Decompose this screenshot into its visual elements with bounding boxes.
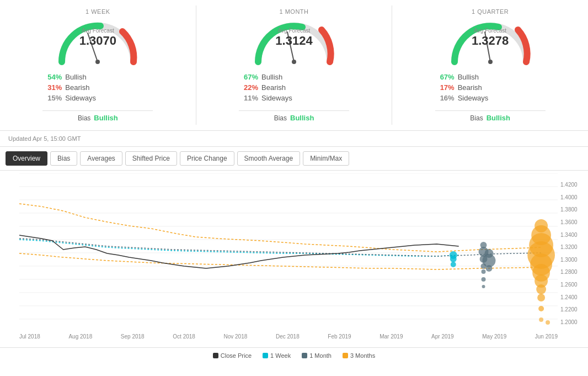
x-tick: Feb 2019: [328, 333, 351, 340]
stats-quarter: 67% Bullish 17% Bearish 16% Sideways: [435, 72, 546, 103]
y-tick: 1.3200: [560, 244, 585, 250]
x-tick: Jun 2019: [535, 333, 558, 340]
gauge-quarter: Avg Forecast 1.3278: [446, 18, 534, 67]
chart-area: Jul 2018Aug 2018Sep 2018Oct 2018Nov 2018…: [0, 171, 588, 347]
svg-point-1: [95, 60, 100, 64]
chart-svg: [19, 173, 558, 331]
legend-item: 3 Months: [343, 352, 375, 359]
x-tick: Apr 2019: [431, 333, 454, 340]
y-tick: 1.2800: [560, 269, 585, 275]
panel-quarter: 1 QUARTER Avg Forecast 1.3278 67% Bullis…: [392, 6, 588, 125]
x-tick: Aug 2018: [68, 333, 92, 340]
gauge-text-month: Avg Forecast 1.3124: [275, 28, 312, 48]
tab-minim/max[interactable]: Minim/Max: [303, 151, 349, 166]
x-tick: May 2019: [482, 333, 506, 340]
svg-point-30: [482, 285, 485, 288]
x-tick: Dec 2018: [276, 333, 300, 340]
y-axis-right: 1.42001.40001.38001.36001.34001.32001.30…: [558, 173, 588, 345]
forecast-panels: 1 WEEK Avg Forecast 1.3070 54% Bullis: [0, 0, 588, 131]
tab-price-change[interactable]: Price Change: [180, 151, 234, 166]
tab-bias[interactable]: Bias: [50, 151, 77, 166]
gauge-text-week: Avg Forecast 1.3070: [79, 28, 116, 48]
svg-point-3: [292, 60, 296, 64]
stats-week: 54% Bullish 31% Bearish 15% Sideways: [42, 72, 153, 103]
y-tick: 1.3000: [560, 257, 585, 263]
legend-label: 1 Month: [309, 352, 332, 359]
legend-dot: [343, 353, 348, 358]
period-label-quarter: 1 QUARTER: [472, 8, 509, 15]
period-label-week: 1 WEEK: [85, 8, 110, 15]
svg-point-5: [488, 60, 493, 64]
y-tick: 1.4200: [560, 182, 585, 188]
gauge-month: Avg Forecast 1.3124: [250, 18, 338, 67]
svg-point-40: [538, 306, 544, 311]
svg-point-25: [482, 269, 486, 274]
legend-item: 1 Week: [263, 352, 291, 359]
panel-month: 1 MONTH Avg Forecast 1.3124 67% Bullish …: [196, 6, 393, 125]
y-tick: 1.2400: [560, 294, 585, 300]
legend-dot: [263, 353, 268, 358]
y-tick: 1.2600: [560, 282, 585, 288]
svg-point-19: [451, 262, 456, 267]
x-tick: Oct 2018: [173, 333, 195, 340]
legend-dot: [302, 353, 307, 358]
gauge-text-quarter: Avg Forecast 1.3278: [472, 28, 509, 48]
stats-month: 67% Bullish 22% Bearish 11% Sideways: [239, 72, 349, 103]
y-tick: 1.3400: [560, 232, 585, 238]
tab-averages[interactable]: Averages: [80, 151, 122, 166]
y-tick: 1.4000: [560, 194, 585, 200]
x-tick: Nov 2018: [224, 333, 248, 340]
legend-bar: Close Price1 Week1 Month3 Months: [0, 347, 588, 363]
panel-week: 1 WEEK Avg Forecast 1.3070 54% Bullis: [0, 6, 196, 125]
tabs-bar: OverviewBiasAveragesShifted PricePrice C…: [0, 147, 588, 171]
update-bar: Updated Apr 5, 15:00 GMT: [0, 131, 588, 147]
x-tick: Jul 2018: [19, 333, 40, 340]
legend-label: 3 Months: [350, 352, 375, 359]
y-tick: 1.2000: [560, 319, 585, 325]
svg-point-20: [450, 256, 457, 262]
chart-body: Jul 2018Aug 2018Sep 2018Oct 2018Nov 2018…: [19, 173, 558, 345]
bias-quarter: Bias Bullish: [470, 114, 510, 122]
y-tick: 1.2200: [560, 306, 585, 313]
svg-point-28: [486, 265, 493, 272]
x-tick: Mar 2019: [379, 333, 403, 340]
y-tick: 1.3600: [560, 219, 585, 225]
y-axis-left: [0, 173, 19, 345]
tab-shifted-price[interactable]: Shifted Price: [125, 151, 177, 166]
legend-label: Close Price: [221, 352, 252, 359]
tab-smooth-average[interactable]: Smooth Average: [237, 151, 301, 166]
gauge-week: Avg Forecast 1.3070: [54, 18, 142, 67]
legend-item: Close Price: [213, 352, 252, 359]
legend-label: 1 Week: [270, 352, 291, 359]
svg-point-42: [546, 320, 550, 325]
legend-dot: [213, 353, 218, 358]
bias-week: Bias Bullish: [78, 114, 118, 122]
x-axis: Jul 2018Aug 2018Sep 2018Oct 2018Nov 2018…: [19, 332, 558, 340]
svg-point-38: [536, 284, 546, 294]
tab-overview[interactable]: Overview: [6, 151, 47, 166]
svg-point-41: [539, 317, 543, 322]
legend-item: 1 Month: [302, 352, 332, 359]
svg-point-29: [482, 277, 486, 282]
period-label-month: 1 MONTH: [280, 8, 309, 15]
bias-month: Bias Bullish: [274, 114, 314, 122]
svg-point-39: [537, 294, 545, 301]
x-tick: Sep 2018: [121, 333, 145, 340]
y-tick: 1.3800: [560, 206, 585, 213]
